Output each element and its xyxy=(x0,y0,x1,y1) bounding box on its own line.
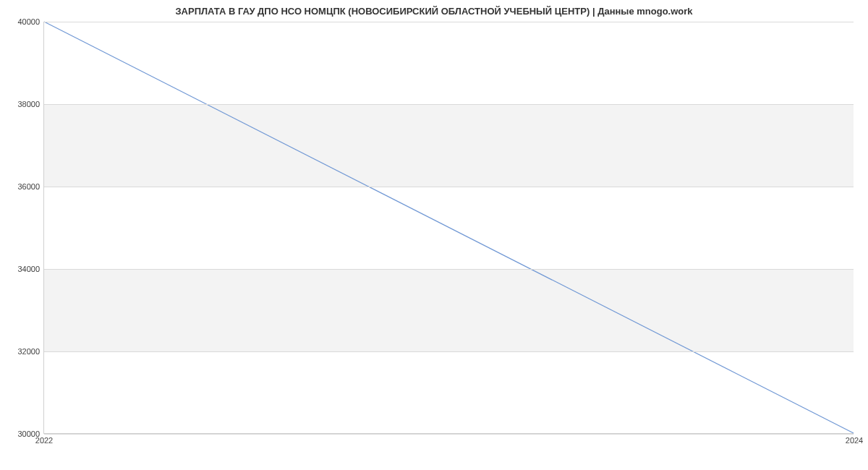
y-tick-label: 32000 xyxy=(17,347,44,356)
y-tick-label: 40000 xyxy=(17,17,44,26)
plot-area: 30000320003400036000380004000020222024 xyxy=(43,22,854,434)
gridline xyxy=(44,269,854,270)
gridline xyxy=(44,351,854,352)
gridline xyxy=(44,22,854,22)
y-tick-label: 34000 xyxy=(17,265,44,273)
line-layer xyxy=(44,22,854,433)
y-tick-label: 36000 xyxy=(17,182,44,191)
gridline xyxy=(44,434,854,435)
gridline xyxy=(44,187,854,187)
chart-title: ЗАРПЛАТА В ГАУ ДПО НСО НОМЦПК (НОВОСИБИР… xyxy=(0,0,868,17)
x-tick-label: 2022 xyxy=(35,433,53,445)
series-line xyxy=(44,22,854,433)
y-tick-label: 38000 xyxy=(17,100,44,108)
gridline xyxy=(44,104,854,105)
x-tick-label: 2024 xyxy=(846,433,863,445)
